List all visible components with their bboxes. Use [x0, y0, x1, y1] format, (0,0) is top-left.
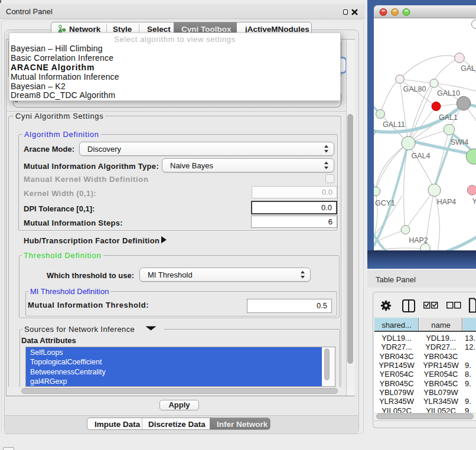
svg-text:GAL4: GAL4: [412, 152, 431, 160]
svg-text:SWI4: SWI4: [451, 138, 469, 146]
svg-text:GAL80: GAL80: [403, 85, 426, 93]
svg-text:GAL10: GAL10: [437, 89, 460, 97]
svg-text:HAP2: HAP2: [409, 236, 428, 244]
svg-text:GAL1: GAL1: [439, 113, 458, 122]
svg-text:HAP4: HAP4: [437, 198, 457, 206]
svg-text:GCY1: GCY1: [375, 199, 395, 207]
svg-text:GAL11: GAL11: [383, 120, 405, 129]
svg-text:YD: YD: [472, 197, 476, 206]
svg-text:GAL7: GAL7: [461, 64, 476, 73]
